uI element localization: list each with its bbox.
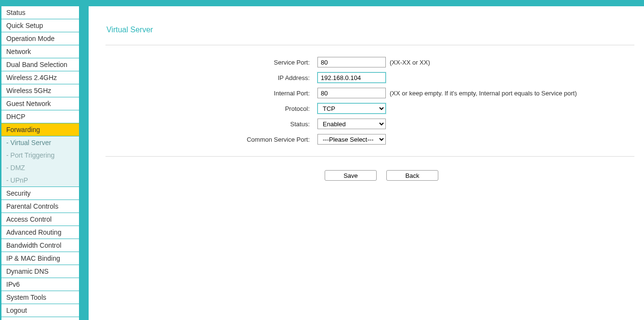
sidebar-item-label: IPv6	[6, 280, 20, 288]
back-button[interactable]: Back	[386, 170, 438, 181]
sidebar-item-label: System Tools	[6, 293, 46, 301]
label-protocol: Protocol:	[105, 105, 317, 112]
sidebar-item-label: IP & MAC Binding	[6, 254, 60, 262]
sidebar-sub-port-triggering[interactable]: - Port Triggering	[1, 149, 79, 161]
protocol-select[interactable]: TCP	[317, 103, 386, 114]
sidebar-item-label: Access Control	[6, 215, 52, 223]
page-title: Virtual Server	[105, 26, 634, 34]
virtual-server-form: Service Port: (XX-XX or XX) IP Address: …	[105, 57, 634, 145]
sidebar-item-ip-mac-binding[interactable]: IP & MAC Binding	[1, 252, 79, 265]
sidebar-item-dhcp[interactable]: DHCP	[1, 110, 79, 123]
sidebar-item-label: Guest Network	[6, 100, 51, 107]
sidebar-item-label: Advanced Routing	[6, 228, 61, 236]
sidebar-item-label: Parental Controls	[6, 202, 58, 210]
sidebar-item-label: Security	[6, 189, 31, 197]
sidebar-item-label: Quick Setup	[6, 22, 43, 29]
ip-address-input[interactable]	[317, 72, 386, 83]
sidebar-item-guest-network[interactable]: Guest Network	[1, 97, 79, 110]
sidebar-item-ipv6[interactable]: IPv6	[1, 278, 79, 291]
sidebar-item-label: Wireless 5GHz	[6, 87, 51, 94]
sidebar-submenu-forwarding: - Virtual Server - Port Triggering - DMZ…	[1, 136, 79, 187]
top-bar	[0, 0, 644, 6]
save-button[interactable]: Save	[325, 170, 377, 181]
sidebar-item-label: - Virtual Server	[6, 139, 51, 147]
separator-bottom	[105, 156, 634, 157]
sidebar-item-label: Wireless 2.4GHz	[6, 74, 57, 81]
sidebar-item-network[interactable]: Network	[1, 45, 79, 58]
sidebar-item-advanced-routing[interactable]: Advanced Routing	[1, 226, 79, 239]
status-select[interactable]: Enabled	[317, 119, 386, 129]
sidebar-item-bandwidth-control[interactable]: Bandwidth Control	[1, 239, 79, 252]
sidebar-item-label: Network	[6, 48, 31, 55]
label-service-port: Service Port:	[105, 59, 317, 66]
separator-top	[105, 45, 634, 45]
label-internal-port: Internal Port:	[105, 90, 317, 97]
sidebar-item-operation-mode[interactable]: Operation Mode	[1, 32, 79, 45]
label-ip-address: IP Address:	[105, 74, 317, 81]
sidebar-item-label: DHCP	[6, 113, 26, 120]
sidebar-item-system-tools[interactable]: System Tools	[1, 291, 79, 304]
sidebar-item-label: - DMZ	[6, 164, 25, 172]
sidebar-sub-dmz[interactable]: - DMZ	[1, 161, 79, 174]
sidebar-item-status[interactable]: Status	[1, 6, 79, 19]
service-port-input[interactable]	[317, 57, 386, 67]
sidebar-sub-upnp[interactable]: - UPnP	[1, 174, 79, 187]
sidebar-item-forwarding[interactable]: Forwarding	[1, 123, 79, 136]
sidebar-item-label: Logout	[6, 307, 27, 314]
internal-port-input[interactable]	[317, 88, 386, 98]
sidebar-item-label: Dynamic DNS	[6, 267, 49, 275]
sidebar-rail	[79, 6, 89, 320]
sidebar-item-wireless-24ghz[interactable]: Wireless 2.4GHz	[1, 71, 79, 84]
sidebar-item-label: Status	[6, 9, 26, 16]
label-common-service-port: Common Service Port:	[105, 136, 317, 143]
sidebar-sub-virtual-server[interactable]: - Virtual Server	[1, 136, 79, 149]
sidebar-item-wireless-5ghz[interactable]: Wireless 5GHz	[1, 84, 79, 97]
sidebar-item-access-control[interactable]: Access Control	[1, 213, 79, 226]
sidebar-item-label: Bandwidth Control	[6, 241, 61, 249]
sidebar: Status Quick Setup Operation Mode Networ…	[0, 6, 79, 320]
hint-service-port: (XX-XX or XX)	[390, 59, 430, 66]
sidebar-item-label: Forwarding	[6, 126, 40, 133]
sidebar-item-label: Operation Mode	[6, 35, 54, 42]
sidebar-item-label: - Port Triggering	[6, 151, 54, 159]
hint-internal-port: (XX or keep empty. If it's empty, Intern…	[390, 90, 577, 97]
sidebar-item-label: - UPnP	[6, 176, 28, 184]
sidebar-item-label: Dual Band Selection	[6, 61, 67, 68]
sidebar-item-logout[interactable]: Logout	[1, 304, 79, 317]
sidebar-item-parental-controls[interactable]: Parental Controls	[1, 200, 79, 213]
sidebar-item-dual-band-selection[interactable]: Dual Band Selection	[1, 58, 79, 71]
content-area: Virtual Server Service Port: (XX-XX or X…	[89, 6, 644, 320]
common-service-port-select[interactable]: ---Please Select---	[317, 134, 386, 145]
sidebar-item-dynamic-dns[interactable]: Dynamic DNS	[1, 265, 79, 278]
sidebar-item-quick-setup[interactable]: Quick Setup	[1, 19, 79, 32]
label-status: Status:	[105, 120, 317, 128]
sidebar-item-security[interactable]: Security	[1, 187, 79, 200]
